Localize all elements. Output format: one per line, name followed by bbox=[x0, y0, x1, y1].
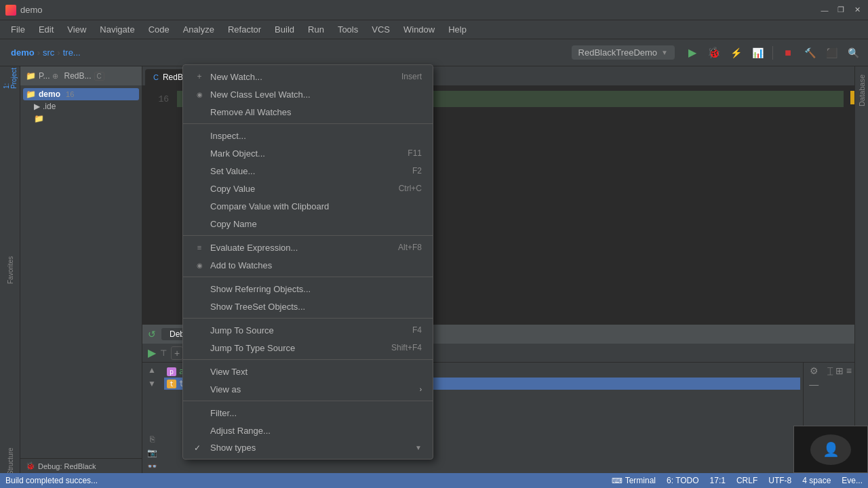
tree-item-src[interactable]: 📁 bbox=[23, 113, 139, 125]
menu-view[interactable]: View bbox=[62, 22, 92, 37]
ctx-jump-source[interactable]: Jump To Source F4 bbox=[183, 321, 433, 339]
ctx-copy-name[interactable]: Copy Name bbox=[183, 215, 433, 232]
ctx-evaluate[interactable]: ≡ Evaluate Expression... Alt+F8 bbox=[183, 239, 433, 256]
left-sidebar: 1: Project Favorites Structure bbox=[0, 66, 20, 473]
sdk-button[interactable]: ⬛ bbox=[822, 43, 841, 62]
ctx-mark-label: Mark Object... bbox=[210, 148, 265, 159]
close-button[interactable]: ✕ bbox=[852, 5, 863, 16]
minimize-button[interactable]: — bbox=[819, 5, 830, 16]
tree-item-ide[interactable]: ▶ .ide bbox=[23, 100, 139, 113]
jump-source-icon bbox=[194, 325, 205, 336]
search-everywhere[interactable]: 🔍 bbox=[844, 43, 863, 62]
ctx-class-watch[interactable]: ◉ New Class Level Watch... bbox=[183, 85, 433, 103]
sidebar-item-favorites[interactable]: Favorites bbox=[1, 261, 19, 279]
scroll-down[interactable]: ▼ bbox=[148, 379, 156, 388]
new-watch-icon: + bbox=[194, 71, 205, 82]
glasses-icon[interactable]: 👓 bbox=[147, 462, 157, 471]
ctx-sep3 bbox=[183, 277, 433, 277]
menu-navigate[interactable]: Navigate bbox=[94, 22, 140, 37]
ctx-filter[interactable]: Filter... bbox=[183, 404, 433, 422]
inspect-icon bbox=[194, 130, 205, 141]
maximize-button[interactable]: ❐ bbox=[835, 5, 846, 16]
coverage-button[interactable]: ⚡ bbox=[726, 43, 745, 62]
run-config[interactable]: RedBlackTreeDemo ▼ bbox=[572, 45, 675, 60]
checkmark-icon: ✓ bbox=[194, 443, 205, 453]
ctx-compare-clipboard[interactable]: Compare Value with Clipboard bbox=[183, 197, 433, 215]
ctx-view-text-left: View Text bbox=[194, 366, 248, 377]
event-log-label[interactable]: Eve... bbox=[842, 476, 863, 485]
table-icon[interactable]: ⊞ bbox=[835, 365, 844, 376]
view-text-icon bbox=[194, 366, 205, 377]
breadcrumb-demo[interactable]: demo bbox=[11, 47, 35, 58]
line-endings-label[interactable]: CRLF bbox=[736, 476, 757, 485]
tree-item-demo[interactable]: 📁 demo 16 bbox=[23, 88, 139, 100]
minimize-panel-icon[interactable]: — bbox=[809, 379, 818, 390]
menu-run[interactable]: Run bbox=[302, 22, 330, 37]
sidebar-item-structure[interactable]: Structure bbox=[1, 453, 19, 470]
ctx-set-value[interactable]: Set Value... F2 bbox=[183, 162, 433, 180]
debug-label: Debug: RedBlack bbox=[38, 462, 96, 470]
camera-icon[interactable]: 📷 bbox=[147, 448, 157, 458]
menu-window[interactable]: Window bbox=[398, 22, 440, 37]
sidebar-item-project[interactable]: 1: Project bbox=[1, 69, 19, 87]
profile-button[interactable]: 📊 bbox=[748, 43, 767, 62]
run-button[interactable]: ▶ bbox=[683, 43, 702, 62]
indent-label[interactable]: 4 space bbox=[802, 476, 831, 485]
menu-code[interactable]: Code bbox=[143, 22, 175, 37]
cursor-icon[interactable]: ⌶ bbox=[827, 365, 833, 376]
menu-analyze[interactable]: Analyze bbox=[178, 22, 220, 37]
menu-tools[interactable]: Tools bbox=[332, 22, 363, 37]
scroll-up[interactable]: ▲ bbox=[148, 365, 156, 375]
add-watch-btn[interactable]: + bbox=[171, 346, 183, 360]
ctx-jump-source-left: Jump To Source bbox=[194, 325, 274, 336]
copy-name-icon bbox=[194, 218, 205, 229]
breadcrumb-tre[interactable]: tre... bbox=[63, 47, 81, 58]
ctx-mark-object[interactable]: Mark Object... F11 bbox=[183, 144, 433, 162]
resume-button[interactable]: ▶ bbox=[148, 346, 156, 359]
build-button[interactable]: 🔨 bbox=[800, 43, 819, 62]
list-icon[interactable]: ≡ bbox=[846, 365, 852, 376]
var-icon-p: p bbox=[167, 367, 176, 376]
ctx-new-watch[interactable]: + New Watch... Insert bbox=[183, 68, 433, 85]
ctx-view-as[interactable]: View as › bbox=[183, 380, 433, 398]
set-value-icon bbox=[194, 165, 205, 176]
terminal-btn[interactable]: ⌨ Terminal bbox=[612, 476, 656, 485]
position-label[interactable]: 17:1 bbox=[710, 476, 726, 485]
copy-icon[interactable]: ⎘ bbox=[150, 434, 155, 444]
breadcrumb: demo › src › tre... bbox=[5, 47, 569, 58]
stop-button[interactable]: ■ bbox=[778, 43, 797, 62]
ctx-add-watches[interactable]: ◉ Add to Watches bbox=[183, 256, 433, 274]
ctx-adjust-range[interactable]: Adjust Range... bbox=[183, 422, 433, 439]
menu-vcs[interactable]: VCS bbox=[366, 22, 395, 37]
encoding-label[interactable]: UTF-8 bbox=[768, 476, 791, 485]
debug-title: 🐞 Debug: RedBlack bbox=[26, 462, 136, 470]
menu-refactor[interactable]: Refactor bbox=[222, 22, 267, 37]
ctx-evaluate-label: Evaluate Expression... bbox=[210, 243, 298, 253]
view-as-icon bbox=[194, 384, 205, 394]
filter-icon[interactable]: ⊤ bbox=[160, 348, 167, 358]
ctx-show-treeset[interactable]: Show TreeSet Objects... bbox=[183, 298, 433, 315]
ctx-inspect[interactable]: Inspect... bbox=[183, 127, 433, 144]
breadcrumb-src[interactable]: src bbox=[43, 47, 54, 58]
menu-edit[interactable]: Edit bbox=[33, 22, 59, 37]
ctx-show-types[interactable]: ✓ Show types ▼ bbox=[183, 439, 433, 456]
ctx-jump-type[interactable]: Jump To Type Source Shift+F4 bbox=[183, 339, 433, 357]
ctx-remove-all[interactable]: Remove All Watches bbox=[183, 103, 433, 121]
ctx-show-referring[interactable]: Show Referring Objects... bbox=[183, 280, 433, 298]
menu-build[interactable]: Build bbox=[269, 22, 300, 37]
database-label[interactable]: Database bbox=[856, 69, 867, 112]
ctx-treeset-label: Show TreeSet Objects... bbox=[210, 302, 305, 312]
tab-label: RedB... bbox=[64, 71, 91, 81]
menu-file[interactable]: File bbox=[5, 22, 31, 37]
folder-icon-ide: ▶ bbox=[34, 102, 40, 111]
settings-icon[interactable]: ⚙ bbox=[810, 365, 818, 376]
todo-btn[interactable]: 6: TODO bbox=[667, 476, 699, 485]
debug-icons-bar: ▲ ▼ ⎘ 📷 👓 bbox=[142, 363, 161, 474]
ctx-copy-value[interactable]: Copy Value Ctrl+C bbox=[183, 180, 433, 197]
debug-button[interactable]: 🐞 bbox=[705, 43, 724, 62]
menu-help[interactable]: Help bbox=[443, 22, 472, 37]
ctx-view-text[interactable]: View Text bbox=[183, 363, 433, 380]
debug-restart-icon[interactable]: ↺ bbox=[148, 329, 156, 340]
ctx-adjust-range-left: Adjust Range... bbox=[194, 425, 271, 436]
titlebar-controls: — ❐ ✕ bbox=[819, 5, 863, 16]
